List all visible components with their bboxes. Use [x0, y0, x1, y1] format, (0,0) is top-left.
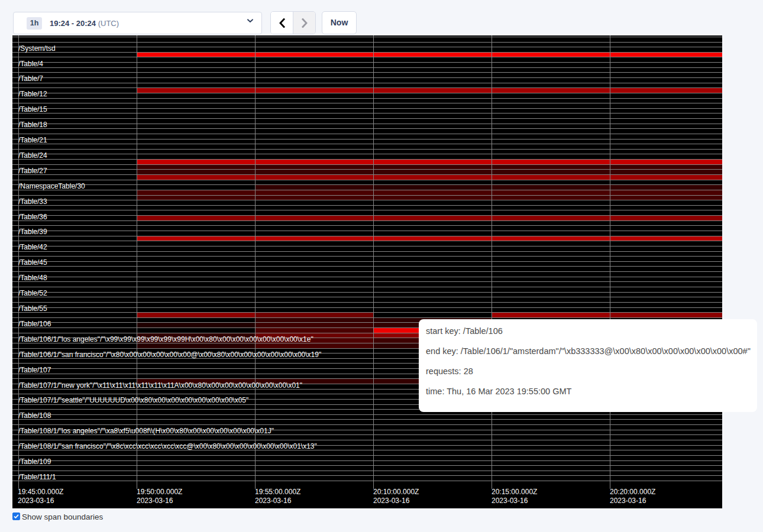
svg-text:/NamespaceTable/30: /NamespaceTable/30 [18, 182, 85, 190]
svg-text:/Table/106: /Table/106 [18, 320, 51, 328]
svg-text:/Table/108: /Table/108 [18, 411, 51, 420]
svg-text:19:50:00.000Z: 19:50:00.000Z [137, 488, 182, 496]
svg-text:/Table/109: /Table/109 [18, 458, 51, 466]
svg-text:19:55:00.000Z: 19:55:00.000Z [255, 488, 300, 496]
svg-text:2023-03-16: 2023-03-16 [373, 497, 410, 505]
svg-text:/Table/107/1/"seattle"/"UUUUUU: /Table/107/1/"seattle"/"UUUUUUD\x00\x80\… [18, 396, 248, 404]
svg-text:/Table/24: /Table/24 [18, 151, 47, 160]
svg-text:/Table/52: /Table/52 [18, 289, 47, 297]
svg-text:20:10:00.000Z: 20:10:00.000Z [373, 488, 419, 496]
svg-text:2023-03-16: 2023-03-16 [610, 497, 646, 505]
svg-text:/Table/7: /Table/7 [18, 74, 43, 83]
svg-text:/Table/21: /Table/21 [18, 136, 47, 144]
svg-text:/Table/106/1/"san francisco"/": /Table/106/1/"san francisco"/"\x80\x00\x… [18, 351, 321, 359]
svg-text:19:45:00.000Z: 19:45:00.000Z [18, 488, 63, 496]
svg-text:/Table/108/1/"los angeles"/"\x: /Table/108/1/"los angeles"/"\xa8\xf5\u00… [18, 427, 274, 435]
svg-text:2023-03-16: 2023-03-16 [18, 497, 54, 505]
svg-text:/Table/27: /Table/27 [18, 167, 47, 175]
svg-text:/Table/15: /Table/15 [18, 105, 47, 113]
svg-text:2023-03-16: 2023-03-16 [137, 497, 173, 505]
svg-text:/Table/12: /Table/12 [18, 90, 47, 98]
svg-text:2023-03-16: 2023-03-16 [492, 497, 528, 505]
svg-text:/Table/18: /Table/18 [18, 121, 47, 129]
svg-text:20:15:00.000Z: 20:15:00.000Z [492, 488, 537, 496]
svg-text:/Table/48: /Table/48 [18, 274, 47, 282]
svg-text:/Table/42: /Table/42 [18, 243, 47, 251]
svg-text:2023-03-16: 2023-03-16 [255, 497, 292, 505]
svg-text:/System/tsd: /System/tsd [18, 44, 56, 53]
svg-text:/Table/107: /Table/107 [18, 366, 51, 374]
svg-text:20:20:00.000Z: 20:20:00.000Z [610, 488, 655, 496]
svg-text:/Table/55: /Table/55 [18, 304, 47, 313]
svg-text:/Table/111/1: /Table/111/1 [18, 473, 56, 481]
svg-text:/Table/39: /Table/39 [18, 228, 47, 236]
svg-text:/Table/36: /Table/36 [18, 213, 47, 221]
svg-text:/Table/107/1/"new york"/"\x11\: /Table/107/1/"new york"/"\x11\x11\x11\x1… [18, 381, 302, 390]
svg-text:/Table/4: /Table/4 [18, 60, 43, 68]
svg-text:/Table/33: /Table/33 [18, 197, 47, 206]
svg-text:/Table/106/1/"los angeles"/"\x: /Table/106/1/"los angeles"/"\x99\x99\x99… [18, 335, 313, 343]
svg-text:/Table/108/1/"san francisco"/": /Table/108/1/"san francisco"/"\x8c\xcc\x… [18, 442, 317, 450]
svg-text:/Table/45: /Table/45 [18, 258, 47, 267]
